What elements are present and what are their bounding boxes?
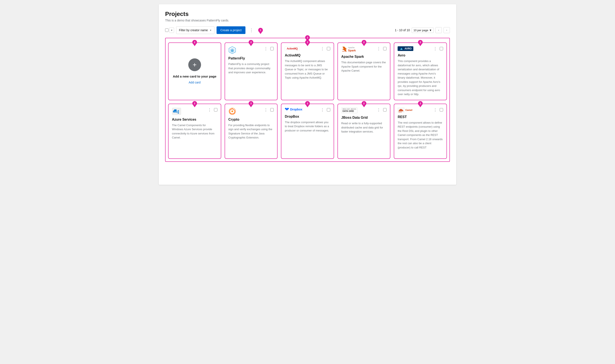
card-actions-patternfly: ⋮ bbox=[263, 46, 274, 51]
card-header-dropbox: Dropbox ⋮ bbox=[285, 107, 330, 112]
crypto-logo bbox=[228, 107, 236, 115]
annotation-badge-2-card-6: 2 bbox=[249, 101, 253, 106]
svg-text:Apache: Apache bbox=[399, 111, 402, 112]
page-title: Projects bbox=[165, 11, 450, 17]
card-actions-azure: ⋮ bbox=[207, 107, 217, 112]
pagination: 1 - 10 of 10 10 per page ▼ ‹ › bbox=[395, 27, 450, 33]
card-description-patternfly: PatternFly is a community project that p… bbox=[228, 62, 274, 75]
card-description-jboss: Read or write to a fully-supported distr… bbox=[341, 121, 387, 134]
pagination-next-button[interactable]: › bbox=[443, 27, 450, 33]
annotation-badge-2-grid: 2 bbox=[305, 35, 310, 40]
card-kebab-crypto[interactable]: ⋮ bbox=[263, 107, 269, 112]
camel-logo-icon: Apache bbox=[398, 107, 404, 113]
card-kebab-patternfly[interactable]: ⋮ bbox=[263, 46, 269, 51]
svg-point-13 bbox=[178, 111, 179, 112]
card-kebab-dropbox[interactable]: ⋮ bbox=[320, 107, 325, 112]
annotation-badge-2-card-0: 2 bbox=[192, 40, 197, 45]
filter-label: Filter by creator name bbox=[179, 28, 208, 32]
pagination-per-page-caret: ▼ bbox=[429, 29, 432, 32]
card-actions-rest: ⋮ bbox=[432, 107, 443, 112]
card-kebab-azure[interactable]: ⋮ bbox=[207, 107, 212, 112]
dropbox-logo-icon bbox=[285, 107, 289, 111]
card-checkbox-rest[interactable] bbox=[440, 108, 443, 112]
card-checkbox-activemq[interactable] bbox=[327, 47, 330, 50]
card-description-avro: This component provides a dataformat for… bbox=[398, 59, 443, 96]
card-checkbox-spark[interactable] bbox=[383, 47, 387, 50]
jboss-logo: RED HAT JBOSS DATA GRID bbox=[341, 107, 357, 113]
card-actions-dropbox: ⋮ bbox=[320, 107, 330, 112]
svg-point-16 bbox=[231, 110, 233, 112]
toolbar-kebab-button[interactable]: ⋮ bbox=[248, 27, 255, 34]
patternfly-logo bbox=[228, 46, 236, 54]
card-description-azure: The Camel Components for Windows Azure S… bbox=[172, 123, 217, 140]
pagination-per-page-dropdown[interactable]: 10 per page ▼ bbox=[412, 28, 434, 33]
page-subtitle: This is a demo that showcases PatternFly… bbox=[165, 19, 450, 22]
avro-logo-icon bbox=[399, 47, 403, 50]
card-checkbox-azure[interactable] bbox=[214, 108, 217, 112]
card-title-patternfly: PatternFly bbox=[228, 56, 274, 60]
select-dropdown-button[interactable]: ▼ bbox=[169, 27, 174, 33]
card-description-crypto: For providing flexible endpoints to sign… bbox=[228, 123, 274, 140]
add-card[interactable]: 2 + Add a new card to your page Add card bbox=[168, 42, 221, 100]
card-kebab-jboss[interactable]: ⋮ bbox=[376, 107, 381, 112]
annotation-badge-2-card-7: 2 bbox=[305, 101, 310, 106]
card-title-azure: Azure Services bbox=[172, 118, 217, 121]
card-header-patternfly: ⋮ bbox=[228, 46, 274, 54]
svg-point-14 bbox=[178, 113, 179, 113]
select-all-checkbox[interactable] bbox=[165, 28, 169, 32]
card-header-jboss: RED HAT JBOSS DATA GRID ⋮ bbox=[341, 107, 387, 113]
cards-grid: 2 + Add a new card to your page Add card… bbox=[168, 42, 447, 159]
card-header-azure: ⋮ bbox=[172, 107, 217, 115]
card-kebab-spark[interactable]: ⋮ bbox=[376, 46, 381, 51]
pagination-per-page-label: 10 per page bbox=[414, 29, 428, 32]
card-checkbox-jboss[interactable] bbox=[383, 108, 387, 112]
create-project-button[interactable]: Create a project bbox=[216, 26, 245, 34]
card-header-crypto: ⋮ bbox=[228, 107, 274, 115]
card-kebab-activemq[interactable]: ⋮ bbox=[320, 46, 325, 51]
activemq-logo: ActiveMQ bbox=[285, 46, 299, 51]
project-card-dropbox: 2 Dropbox ⋮ bbox=[281, 104, 334, 159]
card-title-activemq: ActiveMQ bbox=[285, 53, 330, 57]
annotation-badge-2-card-5: 2 bbox=[192, 101, 197, 106]
card-checkbox-avro[interactable] bbox=[440, 47, 443, 50]
card-actions-crypto: ⋮ bbox=[263, 107, 274, 112]
card-description-spark: This documentation page covers the Apach… bbox=[341, 60, 387, 73]
project-card-patternfly: 2 ⋮ PatternFly PatternFly is a communi bbox=[225, 42, 278, 100]
annotation-badge-2-card-3: 2 bbox=[362, 40, 366, 45]
card-title-dropbox: DropBox bbox=[285, 115, 330, 118]
card-header-rest: Apache Camel ⋮ bbox=[398, 107, 443, 113]
spark-logo: Apache Apache Spark bbox=[341, 46, 356, 52]
card-kebab-avro[interactable]: ⋮ bbox=[432, 46, 438, 51]
project-card-crypto: 2 ⋮ Crypto For providing bbox=[225, 104, 278, 159]
card-title-rest: REST bbox=[398, 115, 443, 119]
camel-logo: Apache Camel bbox=[398, 107, 412, 113]
card-header-avro: AVRO ⋮ bbox=[398, 46, 443, 51]
svg-rect-7 bbox=[174, 109, 177, 111]
card-title-avro: Avro bbox=[398, 53, 443, 57]
project-card-avro: 2 AVRO ⋮ Avro bbox=[394, 42, 447, 100]
card-actions-avro: ⋮ bbox=[432, 46, 443, 51]
azure-logo bbox=[172, 107, 181, 115]
card-description-activemq: The ActiveMQ component allows messages t… bbox=[285, 59, 330, 80]
add-card-link[interactable]: Add card bbox=[189, 81, 201, 84]
avro-logo: AVRO bbox=[398, 46, 413, 51]
select-all-wrapper: ▼ bbox=[165, 27, 174, 33]
card-title-crypto: Crypto bbox=[228, 118, 274, 121]
annotation-badge-2-card-2: 2 bbox=[305, 40, 310, 45]
card-checkbox-crypto[interactable] bbox=[270, 108, 274, 112]
card-title-spark: Apache Spark bbox=[341, 55, 387, 59]
svg-text:Apache: Apache bbox=[342, 51, 346, 52]
filter-dropdown[interactable]: Filter by creator name ▼ bbox=[176, 26, 214, 34]
card-actions-spark: ⋮ bbox=[376, 46, 387, 51]
annotation-badge-2-card-1: 2 bbox=[249, 40, 253, 45]
toolbar: ▼ Filter by creator name ▼ Create a proj… bbox=[165, 26, 450, 34]
card-kebab-rest[interactable]: ⋮ bbox=[432, 107, 438, 112]
pagination-prev-button[interactable]: ‹ bbox=[435, 27, 442, 33]
grid-area: 2 2 + Add a new card to your page Add ca… bbox=[165, 38, 450, 162]
project-card-activemq: 2 ActiveMQ ⋮ ActiveMQ The ActiveMQ compo… bbox=[281, 42, 334, 100]
svg-point-12 bbox=[178, 110, 179, 111]
card-checkbox-patternfly[interactable] bbox=[270, 47, 274, 50]
card-checkbox-dropbox[interactable] bbox=[327, 108, 330, 112]
annotation-badge-2-card-8: 2 bbox=[362, 101, 366, 106]
page-wrapper: Projects This is a demo that showcases P… bbox=[159, 4, 456, 185]
